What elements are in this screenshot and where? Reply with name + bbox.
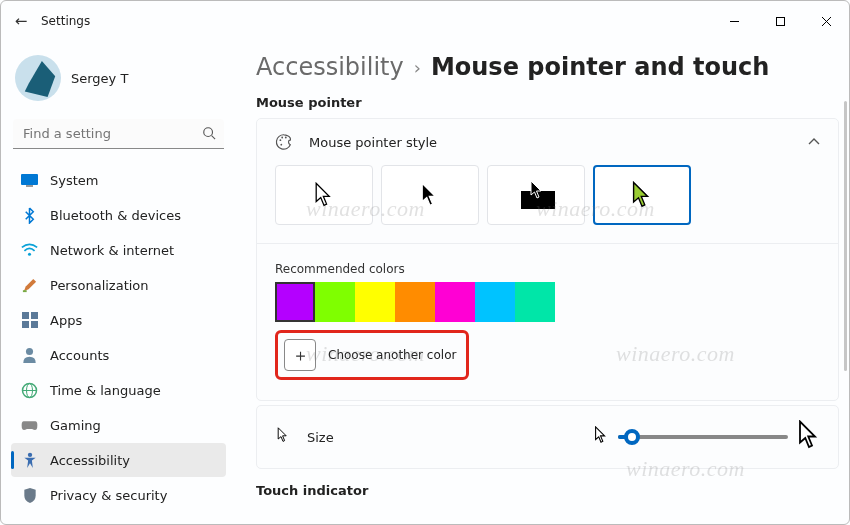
- back-button[interactable]: ←: [1, 12, 41, 30]
- nav-label: Accounts: [50, 348, 109, 363]
- svg-rect-11: [31, 312, 38, 319]
- minimize-button[interactable]: [711, 5, 757, 37]
- style-white[interactable]: [275, 165, 373, 225]
- svg-point-22: [280, 144, 282, 146]
- nav-label: Gaming: [50, 418, 101, 433]
- swatch-2[interactable]: [355, 282, 395, 322]
- nav-network[interactable]: Network & internet: [11, 233, 226, 267]
- svg-rect-10: [22, 312, 29, 319]
- nav-label: Accessibility: [50, 453, 130, 468]
- clock-globe-icon: [21, 382, 38, 399]
- svg-point-21: [285, 137, 287, 139]
- nav-label: Time & language: [50, 383, 161, 398]
- nav-accessibility[interactable]: Accessibility: [11, 443, 226, 477]
- display-icon: [21, 172, 38, 189]
- nav-personalization[interactable]: Personalization: [11, 268, 226, 302]
- nav-label: Privacy & security: [50, 488, 167, 503]
- nav-system[interactable]: System: [11, 163, 226, 197]
- nav-label: Bluetooth & devices: [50, 208, 181, 223]
- search-input[interactable]: [13, 119, 224, 149]
- style-black[interactable]: [381, 165, 479, 225]
- maximize-button[interactable]: [757, 5, 803, 37]
- close-button[interactable]: [803, 5, 849, 37]
- cursor-large-icon: [798, 420, 820, 454]
- avatar: [15, 55, 61, 101]
- svg-rect-13: [31, 321, 38, 328]
- section-touch: Touch indicator: [256, 483, 839, 498]
- svg-point-18: [27, 452, 31, 456]
- svg-rect-6: [21, 174, 38, 185]
- nav: System Bluetooth & devices Network & int…: [11, 163, 226, 524]
- person-icon: [21, 347, 38, 364]
- card-header-style[interactable]: Mouse pointer style: [257, 119, 838, 165]
- search-icon: [202, 126, 216, 143]
- breadcrumb: Accessibility › Mouse pointer and touch: [256, 53, 839, 81]
- pointer-style-options: [257, 165, 838, 243]
- search: [13, 119, 224, 149]
- bluetooth-icon: [21, 207, 38, 224]
- svg-point-20: [281, 137, 283, 139]
- swatch-3[interactable]: [395, 282, 435, 322]
- choose-color-label: Choose another color: [328, 348, 456, 362]
- swatch-5[interactable]: [475, 282, 515, 322]
- recommended-label: Recommended colors: [275, 262, 820, 276]
- svg-point-4: [204, 128, 213, 137]
- titlebar: ← Settings: [1, 1, 849, 41]
- size-slider[interactable]: [618, 435, 788, 439]
- svg-line-5: [212, 136, 216, 140]
- nav-label: System: [50, 173, 98, 188]
- svg-rect-9: [23, 290, 27, 292]
- choose-another-color-highlight: ＋ Choose another color: [275, 330, 469, 380]
- page-title: Mouse pointer and touch: [431, 53, 769, 81]
- svg-point-8: [28, 253, 31, 256]
- svg-point-19: [280, 139, 282, 141]
- nav-label: Windows Update: [50, 523, 159, 525]
- plus-icon: ＋: [292, 344, 309, 367]
- nav-bluetooth[interactable]: Bluetooth & devices: [11, 198, 226, 232]
- shield-icon: [21, 487, 38, 504]
- accessibility-icon: [21, 452, 38, 469]
- choose-color-button[interactable]: ＋: [284, 339, 316, 371]
- section-mouse-pointer: Mouse pointer: [256, 95, 839, 110]
- gamepad-icon: [21, 417, 38, 434]
- cursor-icon: [275, 427, 291, 447]
- size-row: Size: [257, 406, 838, 468]
- nav-apps[interactable]: Apps: [11, 303, 226, 337]
- card-size: Size: [256, 405, 839, 469]
- style-custom[interactable]: [593, 165, 691, 225]
- nav-privacy[interactable]: Privacy & security: [11, 478, 226, 512]
- profile-name: Sergey T: [71, 71, 128, 86]
- swatch-1[interactable]: [315, 282, 355, 322]
- chevron-right-icon: ›: [414, 57, 421, 78]
- card-pointer-style: Mouse pointer style: [256, 118, 839, 401]
- nav-label: Apps: [50, 313, 82, 328]
- main: Accessibility › Mouse pointer and touch …: [236, 41, 849, 524]
- cursor-small-icon: [594, 426, 608, 448]
- scrollbar[interactable]: [844, 101, 847, 371]
- nav-time[interactable]: Time & language: [11, 373, 226, 407]
- window-title: Settings: [41, 14, 90, 28]
- nav-accounts[interactable]: Accounts: [11, 338, 226, 372]
- swatch-4[interactable]: [435, 282, 475, 322]
- nav-update[interactable]: Windows Update: [11, 513, 226, 524]
- swatch-0[interactable]: [275, 282, 315, 322]
- nav-gaming[interactable]: Gaming: [11, 408, 226, 442]
- wifi-icon: [21, 242, 38, 259]
- color-panel: Recommended colors ＋ Cho: [257, 243, 838, 396]
- size-slider-wrap: [594, 420, 820, 454]
- update-icon: [21, 522, 38, 525]
- style-label: Mouse pointer style: [309, 135, 792, 150]
- size-label: Size: [307, 430, 578, 445]
- swatch-6[interactable]: [515, 282, 555, 322]
- sidebar: Sergey T System Bluetooth & devices Netw…: [1, 41, 236, 524]
- svg-point-14: [26, 348, 33, 355]
- apps-icon: [21, 312, 38, 329]
- svg-rect-7: [26, 185, 33, 187]
- breadcrumb-parent[interactable]: Accessibility: [256, 53, 404, 81]
- nav-label: Personalization: [50, 278, 149, 293]
- chevron-up-icon: [808, 135, 820, 149]
- profile[interactable]: Sergey T: [11, 49, 226, 115]
- brush-icon: [21, 277, 38, 294]
- swatches: [275, 282, 820, 322]
- style-inverted[interactable]: [487, 165, 585, 225]
